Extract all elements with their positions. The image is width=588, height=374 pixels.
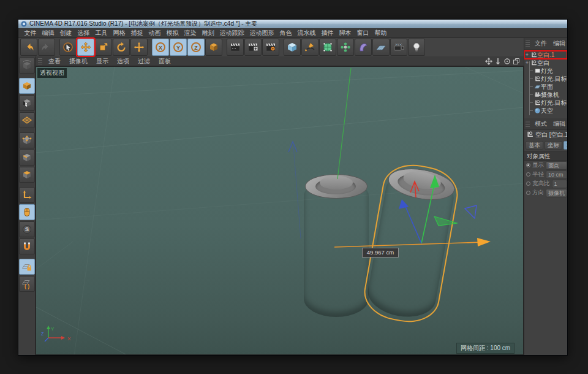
menu-character[interactable]: 角色 [277,29,295,37]
gizmo-yz-plane-handle[interactable] [465,205,477,218]
gizmo-y-axis[interactable] [421,185,434,243]
render-view-button[interactable] [227,39,244,56]
menu-render[interactable]: 渲染 [181,29,199,37]
menu-animate[interactable]: 动画 [146,29,164,37]
gizmo-xz-plane-handle[interactable] [434,216,458,226]
grip-handle[interactable] [526,40,530,47]
menu-motion-tracker[interactable]: 运动跟踪 [217,29,247,37]
camera-button[interactable] [390,39,407,56]
vp-menu-panel[interactable]: 面板 [154,57,175,66]
tree-item-light[interactable]: 灯光 [524,67,567,75]
subdivision-surface-button[interactable] [319,39,336,56]
model-mode-button[interactable] [19,78,35,94]
scale-tool-button[interactable] [95,39,112,56]
tree-item-null[interactable]: + 空白 [524,59,567,67]
primitive-cube-button[interactable] [284,39,301,56]
object-properties-section[interactable]: 对象属性 [524,151,567,161]
live-selection-button[interactable] [59,39,77,56]
floor-button[interactable] [372,39,390,56]
texture-mode-button[interactable] [19,95,35,111]
lock-workplane-button[interactable] [19,259,35,275]
menu-pipeline[interactable]: 流水线 [295,29,318,37]
radio-icon[interactable] [526,181,530,186]
menu-help[interactable]: 帮助 [372,29,390,37]
expander-icon[interactable]: + [524,51,530,59]
magnet-snap-button[interactable] [19,239,35,254]
tab-basic[interactable]: 基本 [526,141,543,150]
radius-field[interactable]: 10 cm [546,170,567,179]
vp-menu-view[interactable]: 查看 [44,57,65,66]
menu-mesh[interactable]: 网格 [110,29,128,37]
gizmo-y-arrowhead[interactable] [430,175,439,188]
tweak-mode-button[interactable] [19,204,35,220]
menu-edit[interactable]: 编辑 [39,29,57,37]
menu-create[interactable]: 创建 [57,29,75,37]
am-menu-edit[interactable]: 编辑 [550,120,567,128]
menu-mograph[interactable]: 运动图形 [247,29,277,37]
vp-menu-options[interactable]: 选项 [113,57,134,66]
menu-sculpt[interactable]: 雕刻 [199,29,217,37]
am-menu-mode[interactable]: 模式 [532,120,550,128]
light-button[interactable] [408,39,425,56]
snap-settings-button[interactable]: S [19,221,35,237]
viewport-canvas[interactable]: 透视视图 [36,66,524,355]
menu-simulate[interactable]: 模拟 [164,29,181,37]
radio-icon[interactable] [526,191,530,195]
menu-select[interactable]: 选择 [75,29,92,37]
om-menu-file[interactable]: 文件 [532,39,550,48]
tree-item-light-target-2[interactable]: 灯光.目标.2 [524,75,567,83]
bend-deformer-button[interactable] [355,39,372,56]
menu-snap[interactable]: 捕捉 [128,29,146,37]
menu-file[interactable]: 文件 [21,29,39,37]
coordinate-system-button[interactable] [205,39,222,56]
workplane-button[interactable] [19,112,35,128]
menu-window[interactable]: 窗口 [354,29,372,37]
polygons-mode-button[interactable] [19,167,35,183]
gizmo-z-axis[interactable] [405,207,421,243]
gizmo-z-arrowhead[interactable] [399,199,409,209]
planar-workplane-button[interactable]: ( ) [19,276,35,292]
measure-x-axis[interactable] [334,242,482,247]
tab-coordinates[interactable]: 坐标 [545,141,562,150]
maximize-view-icon[interactable] [513,58,520,65]
aspect-ratio-field[interactable]: 1 [552,180,568,188]
lock-z-axis-button[interactable]: Z [187,39,205,56]
edges-mode-button[interactable] [19,150,35,166]
tree-item-camera[interactable]: 摄像机 [524,91,567,99]
tree-item-plane[interactable]: 平面 [524,83,567,91]
axis-mode-button[interactable] [19,187,35,203]
render-picture-viewer-button[interactable] [244,39,262,56]
menu-tools[interactable]: 工具 [92,29,110,37]
undo-button[interactable] [20,39,37,56]
om-menu-edit[interactable]: 编辑 [550,39,567,48]
lock-x-axis-button[interactable]: X [152,39,169,56]
titlebar[interactable]: CINEMA 4D R17.016 Studio (R17) - [电池案例（灯… [18,20,567,28]
pan-icon[interactable] [485,58,492,65]
measure-x-arrowhead[interactable] [477,238,491,246]
radio-icon[interactable] [526,163,530,167]
tab-object[interactable]: 对象 [564,141,567,150]
array-generator-button[interactable] [337,39,354,56]
last-used-tool-button[interactable] [130,39,148,56]
orientation-dropdown[interactable]: 摄像机 [546,189,567,197]
tree-item-null-1[interactable]: + 空白.1 [524,51,567,59]
grip-handle[interactable] [38,58,42,64]
move-gizmo[interactable] [334,175,491,247]
vp-menu-filter[interactable]: 过滤 [134,57,154,66]
menu-plugins[interactable]: 插件 [318,29,336,37]
rotate-view-icon[interactable] [503,58,511,65]
gizmo-x-arrowhead[interactable] [410,181,419,197]
grip-handle[interactable] [526,121,530,127]
vp-menu-display[interactable]: 显示 [92,57,113,66]
expander-icon[interactable]: + [524,59,530,67]
vp-menu-cameras[interactable]: 摄像机 [65,57,92,66]
render-settings-button[interactable] [262,39,279,56]
menu-script[interactable]: 脚本 [336,29,354,37]
zoom-icon[interactable] [494,58,502,65]
spline-pen-button[interactable] [301,39,318,56]
rotate-tool-button[interactable] [113,39,130,56]
display-dropdown[interactable]: 圆点 [546,161,567,170]
points-mode-button[interactable] [19,132,35,148]
move-tool-button[interactable] [77,39,94,56]
tree-item-sky[interactable]: 天空 [524,107,567,115]
